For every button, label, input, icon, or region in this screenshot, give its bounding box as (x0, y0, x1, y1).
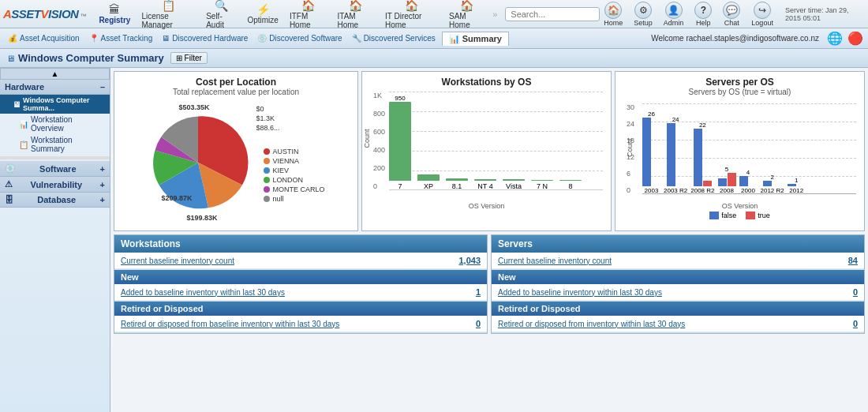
workstations-retired-section: Retired or Disposed Retired or disposed … (114, 302, 487, 333)
sidebar-item-windows-computer-summary[interactable]: 🖥Windows Computer Summa... (0, 95, 110, 114)
workstations-stats-panel: Workstations Current baseline inventory … (114, 234, 488, 334)
nav-optimize[interactable]: ⚡ Optimize (242, 2, 282, 26)
servers-chart-subtitle: Servers by OS (true = virtual) (620, 88, 859, 96)
asset-tracking-btn[interactable]: 📍Asset Tracking (86, 33, 156, 43)
pie-legend: AUSTIN VIENNA KIEV LONDON MONTE CARLO nu… (264, 148, 324, 203)
sidebar-section-vulnerability: ⚠Vulnerability + (0, 177, 110, 193)
nav-license-manager[interactable]: 📋 License Manager (137, 0, 200, 31)
sidebar-item-workstation-summary[interactable]: 📋Workstation Summary (0, 134, 110, 155)
bar-7n (531, 180, 553, 181)
server-bar-2012: 1 2012 (788, 177, 806, 194)
help-button[interactable]: ? Help (690, 1, 716, 28)
pie-chart-container: $503.35K $209.87K $199.83K $0 $1.3K $88.… (119, 99, 353, 226)
server-bar-2008: 5 2008 (718, 166, 736, 194)
servers-retired-value[interactable]: 0 (853, 319, 858, 328)
sidebar-scroll-up[interactable]: ▲ (0, 68, 110, 80)
workstations-x-label: OS Version (469, 202, 505, 210)
workstations-new-section: New Added to baseline inventory within l… (114, 270, 487, 302)
servers-retired-row: Retired or disposed from inventory withi… (492, 316, 864, 332)
workstations-y-label: Count (363, 129, 371, 148)
sidebar-hardware-header[interactable]: Hardware – (0, 80, 110, 95)
bar-nt4 (474, 179, 496, 181)
sidebar-vulnerability-header[interactable]: ⚠Vulnerability + (0, 177, 110, 193)
pie-label-right-top: $0 (256, 105, 324, 113)
workstations-retired-link[interactable]: Retired or disposed from baseline invent… (121, 320, 339, 328)
alert-icon[interactable]: 🔴 (847, 31, 863, 46)
servers-new-link[interactable]: Added to baseline inventory within last … (498, 288, 662, 297)
workstations-current-value[interactable]: 1,043 (458, 256, 481, 265)
servers-current-value[interactable]: 84 (848, 256, 858, 265)
filter-button[interactable]: ⊞ Filter (170, 52, 208, 64)
server-bar-2003r2: 24 2003 R2 (664, 116, 687, 194)
asset-acquisition-btn[interactable]: 💰Asset Acquisition (5, 33, 83, 43)
workstations-stats-header: Workstations (114, 235, 487, 253)
cost-chart-subtitle: Total replacement value per location (119, 88, 353, 96)
nav-itfm-home[interactable]: 🏠 ITFM Home (285, 0, 331, 31)
top-navigation-bar: ASSETVISION ™ 🏛 Registry 📋 License Manag… (0, 0, 868, 28)
pie-label-bottom: $199.83K (186, 214, 217, 222)
workstations-retired-header: Retired or Disposed (114, 302, 487, 316)
legend-null: null (264, 195, 324, 203)
nav-it-director-home[interactable]: 🏠 IT Director Home (380, 0, 443, 31)
top-right-icons: 🏠 Home ⚙ Setup 👤 Admin ? Help 💬 Chat ↪ L… (600, 1, 865, 28)
setup-button[interactable]: ⚙ Setup (630, 1, 657, 28)
bar-group-8: 8 (559, 180, 582, 190)
servers-legend: false true (620, 212, 859, 219)
admin-button[interactable]: 👤 Admin (660, 1, 688, 28)
search-input[interactable] (505, 7, 600, 21)
legend-false-color (709, 212, 719, 219)
server-time: Server time: Jan 29, 2015 05:01 (785, 6, 865, 22)
servers-current-link[interactable]: Current baseline inventory count (498, 257, 612, 265)
pie-label-right-mid: $1.3K (256, 114, 324, 122)
discovered-software-btn[interactable]: 💿Discovered Software (254, 33, 345, 43)
workstations-retired-value[interactable]: 0 (476, 319, 481, 328)
workstations-current-link[interactable]: Current baseline inventory count (121, 257, 234, 265)
workstations-new-header: New (114, 270, 487, 284)
welcome-message: Welcome rachael.staples@indigosoftware.c… (651, 34, 819, 43)
sidebar-software-header[interactable]: 💿Software + (0, 161, 110, 177)
server-bar-2000-false (739, 176, 748, 186)
discovered-hardware-btn[interactable]: 🖥Discovered Hardware (159, 33, 251, 43)
server-bar-2008r2-true (703, 181, 712, 186)
legend-austin: AUSTIN (264, 148, 324, 155)
nav-registry[interactable]: 🏛 Registry (94, 2, 135, 26)
chat-button[interactable]: 💬 Chat (719, 1, 744, 28)
pie-label-left: $209.87K (161, 194, 192, 202)
nav-itam-home[interactable]: 🏠 ITAM Home (333, 0, 379, 31)
nav-sam-home[interactable]: 🏠 SAM Home (444, 0, 489, 31)
discovered-services-btn[interactable]: 🔧Discovered Services (349, 33, 439, 43)
cost-chart-title: Cost per Location (119, 77, 353, 88)
server-bar-2012-false (788, 184, 796, 186)
server-bar-2003r2-false (667, 123, 675, 186)
globe-icon[interactable]: 🌐 (827, 31, 843, 46)
servers-legend-false: false (709, 212, 736, 219)
sidebar-scroll-indicator (0, 156, 110, 159)
legend-true-color (746, 212, 755, 219)
workstations-new-link[interactable]: Added to baseline inventory within last … (121, 288, 285, 297)
sidebar-item-workstation-overview[interactable]: 📊Workstation Overview (0, 114, 110, 134)
servers-retired-link[interactable]: Retired or disposed from inventory withi… (498, 320, 685, 328)
servers-retired-section: Retired or Disposed Retired or disposed … (492, 302, 864, 333)
legend-london: LONDON (264, 176, 324, 184)
sidebar-database-header[interactable]: 🗄Database + (0, 193, 110, 208)
home-button[interactable]: 🏠 Home (600, 1, 627, 28)
logout-button[interactable]: ↪ Logout (747, 1, 777, 28)
servers-bars: 26 2003 24 (642, 103, 856, 194)
summary-tab[interactable]: 📊Summary (442, 32, 509, 46)
workstations-chart-area: Count 1K8006004002000 (367, 88, 606, 210)
servers-new-header: New (492, 270, 864, 284)
server-bar-2012r2: 2 2012 R2 (761, 174, 784, 194)
sidebar-section-software: 💿Software + (0, 161, 110, 177)
servers-x-label: OS Version (722, 202, 758, 210)
server-bar-2008-false (718, 178, 727, 186)
servers-new-section: New Added to baseline inventory within l… (492, 270, 864, 302)
servers-new-value[interactable]: 0 (853, 287, 858, 297)
pie-label-top: $503.35K (178, 103, 209, 111)
servers-new-row: Added to baseline inventory within last … (492, 284, 864, 301)
nav-self-audit[interactable]: 🔍 Self-Audit (201, 0, 241, 31)
bar-81 (446, 178, 468, 181)
workstations-new-row: Added to baseline inventory within last … (114, 284, 487, 301)
server-bar-2003-false (642, 118, 651, 186)
workstations-new-value[interactable]: 1 (476, 287, 481, 297)
servers-chart-title: Servers per OS (620, 77, 859, 88)
